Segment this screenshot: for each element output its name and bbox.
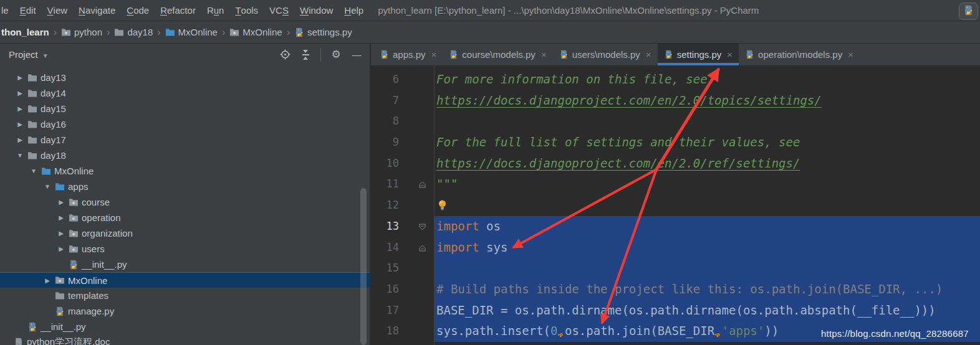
tab-operation-models-py[interactable]: operation\models.py× bbox=[739, 44, 860, 65]
expand-arrow-icon[interactable]: ▶ bbox=[55, 214, 67, 221]
code-area[interactable]: 6For more information on this file, see7… bbox=[371, 65, 980, 345]
menu-refactor[interactable]: Refactor bbox=[155, 0, 201, 21]
menu-tools[interactable]: Tools bbox=[229, 0, 264, 21]
tree-item-python-doc[interactable]: python学习流程.doc bbox=[0, 334, 370, 345]
code-line-6[interactable]: 6For more information on this file, see bbox=[371, 69, 980, 90]
menu-window[interactable]: Window bbox=[294, 0, 339, 21]
close-icon[interactable]: × bbox=[646, 49, 651, 60]
folder-icon bbox=[26, 120, 39, 130]
close-icon[interactable]: × bbox=[431, 49, 437, 60]
code-line-15[interactable]: 15 bbox=[371, 258, 980, 279]
expand-arrow-icon[interactable]: ▶ bbox=[14, 74, 26, 81]
folder-package-icon bbox=[67, 229, 80, 239]
tree-item-day17[interactable]: ▶day17 bbox=[0, 132, 370, 148]
code-line-9[interactable]: 9For the full list of settings and their… bbox=[371, 132, 980, 153]
expand-arrow-icon[interactable]: ▶ bbox=[41, 277, 54, 284]
menu-code[interactable]: Code bbox=[121, 0, 155, 21]
tree-item-day13[interactable]: ▶day13 bbox=[0, 70, 370, 85]
python-file-icon bbox=[559, 50, 569, 59]
code-line-16[interactable]: 16# Build paths inside the project like … bbox=[371, 279, 980, 300]
breadcrumb-mxonline[interactable]: MxOnline bbox=[165, 27, 218, 37]
fold-marker-icon[interactable] bbox=[418, 222, 426, 234]
breadcrumb-mxonline[interactable]: MxOnline bbox=[229, 27, 282, 37]
code-text: import os bbox=[435, 216, 980, 237]
breadcrumb-python[interactable]: python bbox=[61, 27, 102, 37]
close-icon[interactable]: × bbox=[848, 49, 853, 60]
tab-apps-py[interactable]: apps.py× bbox=[373, 44, 443, 65]
code-line-17[interactable]: 17BASE_DIR = os.path.dirname(os.path.dir… bbox=[371, 300, 980, 321]
expand-arrow-icon[interactable]: ▼ bbox=[27, 168, 40, 174]
tree-item-mxonline[interactable]: ▶MxOnline bbox=[0, 272, 370, 288]
menu-navigate[interactable]: Navigate bbox=[73, 0, 121, 21]
code-text: BASE_DIR = os.path.dirname(os.path.dirna… bbox=[435, 300, 980, 321]
code-line-14[interactable]: 14import sys bbox=[371, 237, 980, 258]
folder-blue-icon bbox=[54, 182, 66, 192]
intention-bulb-icon[interactable] bbox=[437, 199, 448, 212]
code-line-11[interactable]: 11""" bbox=[371, 174, 980, 195]
line-number: 13 bbox=[371, 216, 399, 237]
tree-item-manage-py[interactable]: manage.py bbox=[0, 303, 370, 319]
tree-item-templates[interactable]: templates bbox=[0, 288, 370, 303]
close-icon[interactable]: × bbox=[727, 49, 733, 60]
tree-item-apps[interactable]: ▼apps bbox=[0, 179, 370, 194]
menu-help[interactable]: Help bbox=[339, 0, 369, 21]
expand-arrow-icon[interactable]: ▶ bbox=[55, 245, 67, 252]
fold-marker-icon[interactable] bbox=[418, 243, 426, 255]
hide-panel-icon[interactable]: — bbox=[351, 49, 362, 60]
code-text: For more information on this file, see bbox=[435, 69, 980, 90]
menu-view[interactable]: View bbox=[42, 0, 74, 21]
menu-le[interactable]: le bbox=[0, 0, 14, 21]
recent-file-button[interactable] bbox=[959, 2, 978, 20]
tree-item-label: users bbox=[82, 243, 105, 254]
tree-item-organization[interactable]: ▶organization bbox=[0, 225, 370, 241]
tree-item--init-py[interactable]: __init__.py bbox=[0, 319, 370, 334]
gutter: 15 bbox=[371, 258, 435, 279]
breadcrumb-day18[interactable]: day18 bbox=[114, 27, 153, 37]
locate-file-icon[interactable] bbox=[279, 49, 291, 60]
menu-run[interactable]: Run bbox=[201, 0, 230, 21]
tab-settings-py[interactable]: settings.py× bbox=[658, 44, 739, 65]
tree-item-label: manage.py bbox=[68, 306, 114, 316]
code-line-8[interactable]: 8 bbox=[371, 111, 980, 132]
tree-item-day16[interactable]: ▶day16 bbox=[0, 116, 370, 132]
code-line-7[interactable]: 7https://docs.djangoproject.com/en/2.0/t… bbox=[371, 90, 980, 111]
code-text: """ bbox=[435, 174, 980, 195]
breadcrumb-thon-learn[interactable]: thon_learn bbox=[1, 27, 49, 37]
tab-users-models-py[interactable]: users\models.py× bbox=[553, 44, 658, 65]
gear-icon[interactable]: ⚙ bbox=[330, 49, 342, 60]
expand-arrow-icon[interactable]: ▶ bbox=[14, 136, 26, 143]
expand-arrow-icon[interactable]: ▶ bbox=[55, 199, 67, 206]
code-line-12[interactable]: 12 bbox=[371, 195, 980, 216]
expand-arrow-icon[interactable]: ▶ bbox=[14, 121, 26, 128]
project-scrollbar[interactable] bbox=[360, 188, 367, 345]
chevron-right-icon: › bbox=[54, 27, 57, 38]
tree-item-mxonline[interactable]: ▼MxOnline bbox=[0, 163, 370, 179]
collapse-all-icon[interactable] bbox=[300, 49, 311, 60]
breadcrumb-settings-py[interactable]: settings.py bbox=[294, 27, 352, 37]
menu-edit[interactable]: Edit bbox=[14, 0, 42, 21]
code-line-13[interactable]: 13import os bbox=[371, 216, 980, 237]
tree-item-day15[interactable]: ▶day15 bbox=[0, 101, 370, 116]
tree-item-users[interactable]: ▶users bbox=[0, 241, 370, 257]
tree-item-course[interactable]: ▶course bbox=[0, 194, 370, 210]
fold-marker-icon[interactable] bbox=[418, 180, 426, 191]
expand-arrow-icon[interactable]: ▶ bbox=[14, 105, 26, 112]
tab-course-models-py[interactable]: course\models.py× bbox=[443, 44, 552, 65]
tree-item--init-py[interactable]: __init__.py bbox=[0, 257, 370, 272]
python-file-icon bbox=[963, 5, 974, 18]
project-view-selector[interactable]: Project▼ bbox=[9, 49, 49, 60]
expand-arrow-icon[interactable]: ▼ bbox=[41, 183, 54, 190]
close-icon[interactable]: × bbox=[541, 49, 547, 60]
expand-arrow-icon[interactable]: ▼ bbox=[14, 152, 26, 159]
tree-item-operation[interactable]: ▶operation bbox=[0, 210, 370, 225]
tab-label: apps.py bbox=[393, 49, 426, 60]
tree-item-day18[interactable]: ▼day18 bbox=[0, 148, 370, 163]
folder-blue-icon bbox=[40, 166, 52, 176]
expand-arrow-icon[interactable]: ▶ bbox=[55, 230, 67, 237]
code-line-10[interactable]: 10https://docs.djangoproject.com/en/2.0/… bbox=[371, 153, 980, 174]
line-number: 7 bbox=[371, 90, 399, 111]
menu-vcs[interactable]: VCS bbox=[264, 0, 294, 21]
expand-arrow-icon[interactable]: ▶ bbox=[14, 90, 26, 97]
folder-icon bbox=[26, 135, 39, 145]
tree-item-day14[interactable]: ▶day14 bbox=[0, 85, 370, 101]
